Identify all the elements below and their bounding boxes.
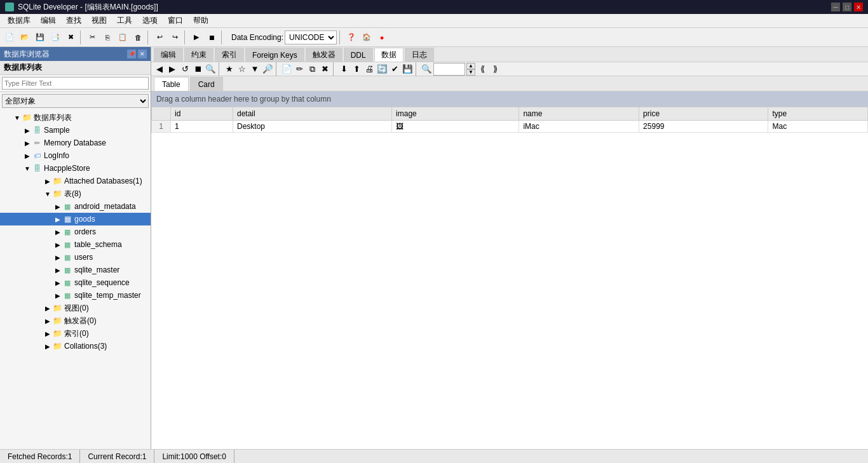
find-button[interactable]: 🔎 — [262, 64, 273, 75]
nav-search-button[interactable]: 🔍 — [205, 64, 216, 75]
menu-edit[interactable]: 编辑 — [36, 14, 61, 27]
tab-triggers[interactable]: 触发器 — [306, 48, 342, 62]
pin-button[interactable]: 📌 — [127, 50, 136, 58]
col-detail[interactable]: detail — [233, 107, 391, 121]
menu-window[interactable]: 窗口 — [163, 14, 188, 27]
col-name[interactable]: name — [519, 107, 639, 121]
tree-item-sqlite-temp-master[interactable]: ▶ ▦ sqlite_temp_master — [0, 289, 151, 302]
expander-sqlite-sequence[interactable]: ▶ — [53, 278, 62, 287]
col-id[interactable]: id — [171, 107, 233, 121]
col-rownum[interactable] — [152, 107, 171, 121]
expander-indexes[interactable]: ▶ — [43, 329, 52, 338]
first-page-button[interactable]: ⟪ — [477, 64, 488, 75]
close-panel-button[interactable]: ✕ — [138, 50, 147, 58]
expander-sqlite-temp-master[interactable]: ▶ — [53, 291, 62, 300]
tree-item-sample[interactable]: ▶ 🗄 Sample — [0, 124, 151, 137]
home-button[interactable]: 🏠 — [360, 30, 374, 44]
zoom-button[interactable]: 🔍 — [421, 64, 432, 75]
last-page-button[interactable]: ⟫ — [489, 64, 501, 75]
expander-collations[interactable]: ▶ — [43, 342, 52, 351]
tab-foreign-keys[interactable]: Foreign Keys — [245, 48, 304, 62]
encoding-select[interactable]: UNICODE UTF-8 ASCII — [285, 30, 337, 44]
expander-table-schema[interactable]: ▶ — [53, 240, 62, 249]
tree-item-table-schema[interactable]: ▶ ▦ table_schema — [0, 238, 151, 251]
bookmark-manage[interactable]: ☆ — [236, 64, 248, 75]
expander-sample[interactable]: ▶ — [23, 126, 32, 135]
print-button[interactable]: 🖨 — [363, 64, 375, 75]
expander-memory-db[interactable]: ▶ — [23, 138, 32, 147]
edit-row-button[interactable]: ✏ — [294, 64, 305, 75]
redo-button[interactable]: ↪ — [168, 30, 182, 44]
limit-up-button[interactable]: ▲ — [466, 63, 475, 69]
tree-item-triggers[interactable]: ▶ 📁 触发器(0) — [0, 314, 151, 327]
tree-item-users[interactable]: ▶ ▦ users — [0, 251, 151, 264]
maximize-button[interactable]: □ — [843, 3, 851, 11]
menu-tools[interactable]: 工具 — [112, 14, 137, 27]
tab-constraints[interactable]: 约束 — [184, 48, 214, 62]
nav-forward-button[interactable]: ▶ — [166, 64, 178, 75]
menu-find[interactable]: 查找 — [61, 14, 86, 27]
limit-down-button[interactable]: ▼ — [466, 69, 475, 76]
new-row-button[interactable]: 📄 — [281, 64, 292, 75]
save-button[interactable]: 💾 — [33, 30, 47, 44]
copy-button[interactable]: ⎘ — [100, 30, 114, 44]
menu-view[interactable]: 视图 — [86, 14, 112, 27]
tab-indexes[interactable]: 索引 — [215, 48, 244, 62]
new-button[interactable]: 📄 — [3, 30, 17, 44]
open-button[interactable]: 📂 — [18, 30, 32, 44]
col-image[interactable]: image — [392, 107, 519, 121]
menu-database[interactable]: 数据库 — [3, 14, 36, 27]
save-as-button[interactable]: 📑 — [48, 30, 62, 44]
expander-sqlite-master[interactable]: ▶ — [53, 265, 62, 274]
expander-views[interactable]: ▶ — [43, 304, 52, 312]
tab-data[interactable]: 数据 — [374, 48, 403, 62]
tree-item-indexes[interactable]: ▶ 📁 索引(0) — [0, 327, 151, 340]
tree-item-android-metadata[interactable]: ▶ ▦ android_metadata — [0, 200, 151, 213]
tab-ddl[interactable]: DDL — [344, 48, 373, 62]
dup-row-button[interactable]: ⧉ — [306, 64, 318, 75]
menu-options[interactable]: 选项 — [137, 14, 163, 27]
export-button[interactable]: ⬆ — [351, 64, 362, 75]
col-price[interactable]: price — [639, 107, 768, 121]
limit-input[interactable]: 1000 — [433, 63, 465, 76]
close-db-button[interactable]: ✖ — [64, 30, 78, 44]
expander-orders[interactable]: ▶ — [53, 227, 62, 236]
del-row-button[interactable]: ✖ — [319, 64, 330, 75]
tab-log[interactable]: 日志 — [405, 48, 434, 62]
expander-root[interactable]: ▼ — [13, 113, 22, 122]
tree-item-hacpplestore[interactable]: ▼ 🗄 HacppleStore — [0, 162, 151, 175]
tab-edit[interactable]: 编辑 — [154, 48, 183, 62]
tree-item-collations[interactable]: ▶ 📁 Collations(3) — [0, 340, 151, 352]
tree-item-sqlite-sequence[interactable]: ▶ ▦ sqlite_sequence — [0, 276, 151, 289]
table-row[interactable]: 1 1 Desktop 🖼 iMac 25999 Mac — [152, 121, 868, 133]
undo-button[interactable]: ↩ — [153, 30, 166, 44]
bookmark-button[interactable]: ★ — [224, 64, 235, 75]
expander-triggers[interactable]: ▶ — [43, 316, 52, 325]
help-button[interactable]: ❓ — [344, 30, 358, 44]
tree-item-tables[interactable]: ▼ 📁 表(8) — [0, 187, 151, 200]
refresh-data-button[interactable]: 🔄 — [376, 64, 388, 75]
commit-button[interactable]: ✔ — [389, 64, 400, 75]
data-table-wrapper[interactable]: id detail image name price type 1 1 Desk… — [151, 107, 868, 449]
expander-hacpplestore[interactable]: ▼ — [23, 164, 32, 173]
filter-button[interactable]: ▼ — [249, 64, 261, 75]
cut-button[interactable]: ✂ — [85, 30, 99, 44]
tab-card-view[interactable]: Card — [190, 77, 223, 91]
expander-goods[interactable]: ▶ — [53, 215, 62, 224]
error-button[interactable]: ● — [375, 30, 389, 44]
tree-item-loginfo[interactable]: ▶ 🏷 LogInfo — [0, 149, 151, 162]
tree-item-sqlite-master[interactable]: ▶ ▦ sqlite_master — [0, 264, 151, 276]
expander-attached[interactable]: ▶ — [43, 177, 52, 185]
close-button[interactable]: ✕ — [854, 3, 863, 11]
menu-help[interactable]: 帮助 — [188, 14, 214, 27]
paste-button[interactable]: 📋 — [116, 30, 130, 44]
filter-input[interactable] — [2, 77, 149, 90]
tree-item-memory-db[interactable]: ▶ ✏ Memory Database — [0, 137, 151, 149]
tab-table-view[interactable]: Table — [154, 77, 189, 91]
tree-item-goods[interactable]: ▶ ▦ goods — [0, 213, 151, 225]
import-button[interactable]: ⬇ — [338, 64, 349, 75]
tree-item-orders[interactable]: ▶ ▦ orders — [0, 225, 151, 238]
expander-loginfo[interactable]: ▶ — [23, 151, 32, 160]
stop-button[interactable]: ⏹ — [205, 30, 219, 44]
delete-button[interactable]: 🗑 — [131, 30, 145, 44]
